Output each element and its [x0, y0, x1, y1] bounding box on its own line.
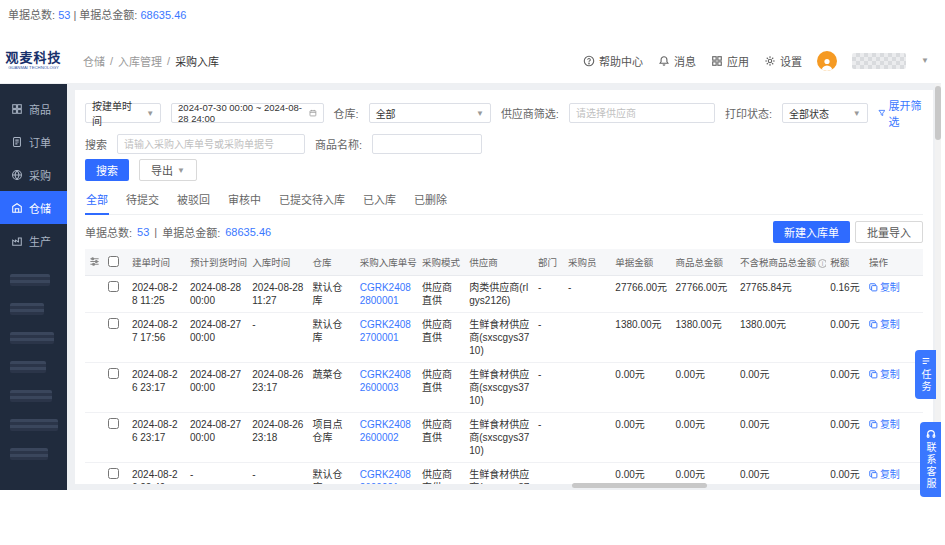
status-tab-4[interactable]: 已提交待入库 [278, 186, 346, 214]
messages-button[interactable]: 消息 [658, 53, 696, 69]
app-window: 观麦科技 GUANMAI TECHNOLOGY 仓储/ 入库管理/ 采购入库 帮… [0, 38, 941, 490]
docs-count-value: 53 [137, 226, 149, 238]
sidebar-item-redacted[interactable] [10, 390, 52, 402]
column-header-order-no: 采购入库单号 [356, 249, 418, 276]
cell-warehouse: 默认仓库 [308, 463, 355, 485]
export-button[interactable]: 导出 ▼ [139, 159, 197, 181]
horizontal-scrollbar[interactable] [572, 483, 707, 488]
copy-button[interactable]: 复制 [880, 469, 900, 480]
purchasing-icon [11, 169, 23, 181]
select-all-checkbox[interactable] [108, 256, 119, 267]
sidebar-item-redacted[interactable] [10, 361, 46, 373]
supplier-filter-input[interactable] [569, 103, 715, 123]
sidebar-item-orders[interactable]: 订单 [0, 125, 67, 158]
cell-created-time: 2024-08-26 23:17 [128, 363, 186, 413]
sidebar-label-products: 商品 [29, 101, 51, 117]
inbound-order-link[interactable]: CGRK24082800001 [356, 276, 418, 313]
sidebar-item-products[interactable]: 商品 [0, 92, 67, 125]
funnel-icon [878, 108, 886, 118]
headset-icon [926, 429, 936, 439]
cell-expected-time: 2024-08-27 00:00 [186, 363, 248, 413]
cell-created-time: 2024-08-28 11:25 [128, 276, 186, 313]
filter-row-3: 搜索 导出 ▼ [85, 159, 923, 181]
settings-button[interactable]: 设置 [764, 53, 802, 69]
cell-settings [85, 363, 104, 413]
inbound-order-link[interactable]: CGRK24082600003 [356, 363, 418, 413]
batch-import-button[interactable]: 批量导入 [855, 221, 923, 243]
sidebar-item-redacted[interactable] [10, 274, 50, 286]
copy-button[interactable]: 复制 [880, 419, 900, 430]
status-tab-0[interactable]: 全部 [85, 186, 109, 215]
sidebar-item-redacted[interactable] [10, 332, 54, 344]
sidebar-item-redacted[interactable] [10, 419, 58, 431]
column-settings-icon[interactable] [85, 249, 104, 276]
cell-tax: 0.00元 [826, 413, 865, 463]
sidebar-item-redacted[interactable] [10, 448, 48, 460]
brand-logo: 观麦科技 GUANMAI TECHNOLOGY [0, 51, 67, 71]
sidebar-label-purchasing: 采购 [29, 167, 51, 183]
time-type-select[interactable]: 按建单时间 ▼ [85, 103, 161, 123]
help-center-button[interactable]: 帮助中心 [583, 53, 643, 69]
breadcrumb-inbound-mgmt[interactable]: 入库管理 [118, 53, 162, 69]
sidebar-item-warehouse[interactable]: 仓储 [0, 191, 67, 224]
apps-button[interactable]: 应用 [711, 53, 749, 69]
total-amount-value: 68635.46 [225, 226, 271, 238]
inbound-order-link[interactable]: CGRK24082600001 [356, 463, 418, 485]
sidebar-item-redacted[interactable] [10, 303, 44, 315]
cell-supplier: 生鲜食材供应商(sxscgys3710) [465, 463, 534, 485]
tasks-icon [921, 356, 931, 366]
status-tab-2[interactable]: 被驳回 [176, 186, 211, 214]
order-search-input[interactable] [117, 134, 305, 154]
status-tab-6[interactable]: 已删除 [413, 186, 448, 214]
cell-purchase-mode: 供应商直供 [418, 276, 465, 313]
export-label: 导出 [151, 162, 173, 178]
print-status-select[interactable]: 全部状态 ▼ [782, 103, 868, 123]
sidebar-item-production[interactable]: 生产 [0, 224, 67, 257]
status-tab-5[interactable]: 已入库 [362, 186, 397, 214]
status-tab-1[interactable]: 待提交 [125, 186, 160, 214]
row-checkbox[interactable] [108, 368, 119, 379]
contact-support-button[interactable]: 联系客服 [920, 422, 941, 497]
status-tab-3[interactable]: 审核中 [227, 186, 262, 214]
copy-button[interactable]: 复制 [880, 319, 900, 330]
copy-icon [869, 370, 878, 379]
breadcrumb-warehouse[interactable]: 仓储 [83, 53, 105, 69]
copy-button[interactable]: 复制 [880, 282, 900, 293]
cell-warehouse: 项目点仓库 [308, 413, 355, 463]
row-checkbox[interactable] [108, 318, 119, 329]
tasks-label: 任务 [918, 369, 933, 393]
chevron-down-icon: ▼ [476, 109, 484, 118]
help-label: 帮助中心 [599, 53, 643, 69]
new-inbound-order-button[interactable]: 新建入库单 [773, 221, 850, 243]
column-header-created: 建单时间 [128, 249, 186, 276]
info-icon[interactable]: i [818, 259, 826, 268]
search-button[interactable]: 搜索 [85, 159, 129, 181]
cell-inbound-time: 2024-08-26 23:18 [248, 413, 308, 463]
copy-button[interactable]: 复制 [880, 369, 900, 380]
cell-notax-amount: 0.00元 [736, 463, 826, 485]
chevron-down-icon: ▼ [177, 166, 185, 175]
expand-filters-label: 展开筛选 [888, 97, 923, 129]
sidebar-label-warehouse: 仓储 [29, 200, 51, 216]
table-header-row: 建单时间 预计到货时间 入库时间 仓库 采购入库单号 采购模式 供应商 部门 采… [85, 249, 923, 276]
date-range-input[interactable]: 2024-07-30 00:00 ~ 2024-08-28 24:00 [171, 103, 323, 123]
product-name-input[interactable] [372, 134, 482, 154]
expand-filters-button[interactable]: 展开筛选 [878, 97, 923, 129]
print-status-value: 全部状态 [789, 106, 829, 121]
chevron-down-icon[interactable]: ▼ [921, 56, 929, 65]
inbound-order-link[interactable]: CGRK24082600002 [356, 413, 418, 463]
scrollbar-thumb[interactable] [935, 86, 941, 140]
cell-doc-amount: 0.00元 [611, 363, 671, 413]
sidebar-item-purchasing[interactable]: 采购 [0, 158, 67, 191]
tasks-floating-button[interactable]: 任务 [915, 350, 936, 399]
row-checkbox[interactable] [108, 418, 119, 429]
avatar[interactable] [817, 51, 837, 71]
contact-support-label: 联系客服 [923, 442, 938, 490]
row-checkbox[interactable] [108, 281, 119, 292]
production-icon [11, 235, 23, 247]
warehouse-select[interactable]: 全部 ▼ [369, 103, 491, 123]
top-amount-value: 68635.46 [140, 9, 186, 21]
cell-actions: 复制 [865, 276, 923, 313]
inbound-order-link[interactable]: CGRK24082700001 [356, 313, 418, 363]
row-checkbox[interactable] [108, 468, 119, 479]
